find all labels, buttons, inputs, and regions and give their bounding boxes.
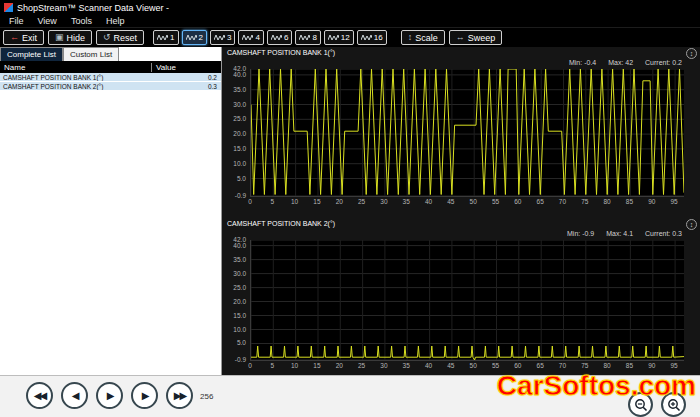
menu-item-help[interactable]: Help [99,16,132,26]
min-stat: Min: -0.4 [569,59,596,66]
x-axis-label: 50 [470,362,477,369]
x-axis-label: 40 [425,198,432,205]
x-axis: 05101520253035404550556065707580859095 [250,197,684,207]
x-axis-label: 20 [336,362,343,369]
graph-count-button-2[interactable]: 2 [182,30,207,45]
graph-scroll-button[interactable]: ↕ [686,219,697,230]
transport-buttons: ◀◀◀▶▶▶▶ [26,382,193,409]
tab-complete-list[interactable]: Complete List [0,47,63,61]
y-axis-label: 30.0 [222,270,246,278]
graph-header: CAMSHAFT POSITION BANK 2(°) ↕ [222,218,700,230]
menu-item-tools[interactable]: Tools [64,16,99,26]
x-axis-label: 20 [336,198,343,205]
reset-button[interactable]: ↺ Reset [96,30,144,45]
reset-icon: ↺ [103,33,111,42]
scale-icon: ↕ [408,33,413,42]
y-axis-label: 20.0 [222,130,246,138]
graph-count-button-4[interactable]: 4 [238,30,263,45]
hide-icon: ▣ [55,33,64,42]
graph-area: CAMSHAFT POSITION BANK 1(°) ↕ Min: -0.4 … [222,47,700,375]
y-axis: 42.040.035.030.025.020.015.010.05.0-0.9 [222,240,249,361]
sweep-button[interactable]: ↔ Sweep [449,30,503,45]
step-forward-button[interactable]: ▶ [131,382,158,409]
mini-graph-icon [271,33,282,43]
x-axis-label: 80 [603,362,610,369]
graph-count-button-16[interactable]: 16 [357,30,387,45]
x-axis-label: 55 [492,198,499,205]
y-axis-label: 15.0 [222,312,246,320]
graph-title: CAMSHAFT POSITION BANK 2(°) [227,220,335,227]
plot-area [250,69,684,197]
rewind-icon: ◀◀ [34,390,45,401]
exit-button[interactable]: ← Exit [3,30,44,45]
graph-count-label: 2 [199,33,203,42]
table-header: Name Value [0,61,221,73]
graph-count-button-3[interactable]: 3 [210,30,235,45]
max-stat: Max: 4.1 [606,230,633,237]
x-axis-label: 25 [358,362,365,369]
menu-item-file[interactable]: File [2,16,31,26]
mini-graph-icon [328,33,339,43]
y-axis-label: 20.0 [222,298,246,306]
x-axis-label: 90 [648,198,655,205]
y-axis-label: 5.0 [222,175,246,183]
menu-item-view[interactable]: View [31,16,64,26]
x-axis-label: 30 [380,198,387,205]
x-axis-label: 10 [291,198,298,205]
step-forward-icon: ▶ [142,390,148,401]
step-back-icon: ◀ [72,390,78,401]
scale-button[interactable]: ↕ Scale [401,30,445,45]
list-item[interactable]: CAMSHAFT POSITION BANK 1(°)0.2 [0,73,221,82]
parameter-name: CAMSHAFT POSITION BANK 2(°) [0,83,151,90]
fast-forward-button[interactable]: ▶▶ [166,382,193,409]
app-icon [4,3,13,12]
graph-count-label: 16 [374,33,383,42]
y-axis-label: 40.0 [222,71,246,79]
graph-count-label: 8 [312,33,316,42]
max-stat: Max: 42 [608,59,633,66]
x-axis-label: 35 [403,198,410,205]
graph-count-label: 4 [255,33,259,42]
mini-graph-icon [242,33,253,43]
tab-custom-list[interactable]: Custom List [63,47,119,61]
x-axis-label: 85 [626,198,633,205]
graph-plot [251,240,684,360]
x-axis-label: 70 [559,198,566,205]
mini-graph-icon [186,33,197,43]
graph-scroll-button[interactable]: ↕ [686,48,697,59]
x-axis-label: 60 [514,362,521,369]
sweep-icon: ↔ [456,33,465,42]
x-axis-label: 90 [648,362,655,369]
y-axis-label: 40.0 [222,242,246,250]
sidebar-tabs: Complete ListCustom List [0,47,221,61]
min-stat: Min: -0.9 [567,230,594,237]
fast-forward-icon: ▶▶ [174,390,185,401]
y-axis-label: -0.9 [222,356,246,364]
x-axis-label: 85 [626,362,633,369]
mini-graph-icon [157,33,168,43]
parameter-value: 0.2 [151,74,221,81]
window-title: ShopStream™ Scanner Data Viewer - [17,3,169,13]
play-button[interactable]: ▶ [96,382,123,409]
hide-button[interactable]: ▣ Hide [48,30,92,45]
x-axis-label: 95 [670,198,677,205]
graph-count-button-6[interactable]: 6 [267,30,292,45]
graph-count-button-8[interactable]: 8 [295,30,320,45]
step-back-button[interactable]: ◀ [61,382,88,409]
x-axis-label: 30 [380,362,387,369]
x-axis-label: 95 [670,362,677,369]
play-icon: ▶ [107,390,113,401]
x-axis-label: 65 [537,198,544,205]
x-axis-label: 35 [403,362,410,369]
hide-label: Hide [67,33,86,43]
x-axis-label: 70 [559,362,566,369]
parameter-list: CAMSHAFT POSITION BANK 1(°)0.2CAMSHAFT P… [0,73,221,91]
frame-counter: 256 [200,392,213,401]
graph-count-button-12[interactable]: 12 [324,30,354,45]
rewind-button[interactable]: ◀◀ [26,382,53,409]
graph-count-button-1[interactable]: 1 [153,30,178,45]
exit-icon: ← [10,33,19,42]
list-item[interactable]: CAMSHAFT POSITION BANK 2(°)0.3 [0,82,221,91]
x-axis-label: 10 [291,362,298,369]
parameter-name: CAMSHAFT POSITION BANK 1(°) [0,74,151,81]
